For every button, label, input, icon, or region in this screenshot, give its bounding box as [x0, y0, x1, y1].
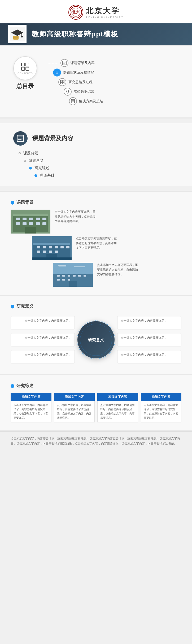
- banner-title: 教师高级职称答辩ppt模板: [32, 29, 118, 39]
- sub-item-4: 理论基础: [34, 173, 179, 178]
- ro-card-2-body: 点击添加文字内容，内容需要详尽，内容需要详尽情况如果，点击添加文字内容，内容需要…: [54, 401, 95, 422]
- ro-card-1-body: 点击添加文字内容，内容需要详尽，内容需要详尽情况如果，点击添加文字内容，内容需要…: [11, 401, 51, 422]
- bg-text-2: 点击添加文字内容更要详尽，重要意思起这方参考想，点击添加文字内容更要详尽。: [76, 236, 118, 250]
- ro-card-4-header: 添加文字内容: [141, 393, 182, 401]
- svg-rect-50: [49, 246, 52, 248]
- svg-rect-38: [42, 218, 46, 220]
- bg-title: 课题背景: [16, 200, 33, 205]
- svg-rect-52: [60, 246, 64, 248]
- sub-text-2: 研究意义: [29, 158, 43, 163]
- rs-center-area: 研究意义: [77, 321, 115, 358]
- rs-title: 研究意义: [16, 304, 33, 309]
- svg-point-18: [56, 71, 58, 73]
- bg-images: 点击添加文字内容更要详尽，重要意思起这方参考想，点击添加文字内容更要详尽。: [11, 210, 181, 287]
- logo-english: PEKING UNIVERSITY: [86, 16, 124, 19]
- bg-row-1: 点击添加文字内容更要详尽，重要意思起这方参考想，点击添加文字内容更要详尽。: [11, 210, 181, 234]
- rs-section: 研究意义 点击添加文字内容，内容需要详尽。 点击添加文字内容，内容需要详尽。 点…: [0, 296, 192, 374]
- rs-center-circle: 研究意义: [77, 321, 115, 358]
- footer: 点击添加文字内容，内容需要详尽，重要意思起这方参考想，点击添加文字内容更要详尽，…: [0, 431, 192, 450]
- sub-item-1: 课题背景: [19, 151, 179, 156]
- svg-rect-11: [26, 63, 29, 66]
- logo-area: 北大 北京大学 PEKING UNIVERSITY: [0, 5, 192, 20]
- svg-rect-43: [42, 222, 46, 225]
- toc-text-4: 实验数据结果: [74, 89, 94, 94]
- svg-rect-49: [43, 246, 46, 248]
- section1-header: 课题背景及内容: [13, 131, 179, 146]
- sub-item-2: 研究意义: [24, 158, 179, 163]
- svg-rect-74: [58, 265, 66, 266]
- rs-box-r1: 点击添加文字内容，内容需要详尽。: [117, 316, 181, 329]
- svg-rect-41: [29, 222, 33, 225]
- svg-rect-71: [68, 279, 70, 281]
- svg-rect-34: [16, 218, 20, 220]
- svg-rect-35: [23, 218, 27, 220]
- svg-rect-70: [62, 279, 65, 281]
- toc-item-1: 课题背景及内容: [48, 59, 179, 67]
- svg-rect-19: [60, 80, 62, 82]
- svg-rect-67: [78, 275, 81, 277]
- toc-icon-5: [69, 97, 77, 105]
- svg-rect-36: [29, 218, 33, 220]
- bg-progress-dot: [11, 201, 14, 205]
- rs-box-l1: 点击添加文字内容，内容需要详尽。: [11, 316, 75, 329]
- toc-main-label: 总目录: [16, 82, 34, 90]
- section1-icon: [13, 131, 28, 146]
- bg-img-2: [32, 236, 72, 260]
- svg-rect-66: [73, 275, 76, 277]
- svg-rect-68: [84, 275, 86, 277]
- ro-card-2-header: 添加文字内容: [54, 393, 95, 401]
- logo-text: 北京大学 PEKING UNIVERSITY: [86, 6, 124, 19]
- toc-contents-label: CONTENTS: [18, 72, 33, 75]
- bg-progress-line: 课题背景: [11, 200, 181, 205]
- logo-chinese: 北京大学: [86, 6, 124, 16]
- svg-text:北大: 北大: [72, 10, 80, 14]
- toc-circle: CONTENTS: [13, 56, 37, 80]
- toc-icon-3: [58, 78, 66, 86]
- ro-card-3-body: 点击添加文字内容，内容需要详尽，内容需要详尽情况如果，点击添加文字内容，内容需要…: [97, 401, 138, 422]
- svg-rect-47: [33, 243, 70, 245]
- toc-icon-1: [60, 59, 68, 67]
- sub-text-3: 研究综述: [34, 166, 49, 171]
- svg-rect-75: [74, 266, 85, 267]
- toc-dash-1: [48, 63, 58, 63]
- rs-box-r2: 点击添加文字内容，内容需要详尽。: [117, 333, 181, 346]
- ro-card-3-header: 添加文字内容: [97, 393, 138, 401]
- ro-card-1: 添加文字内容 点击添加文字内容，内容需要详尽，内容需要详尽情况如果，点击添加文字…: [11, 393, 51, 422]
- sub-item-3: 研究综述: [29, 166, 179, 171]
- toc-text-3: 研究思路及过程: [68, 80, 93, 84]
- svg-rect-59: [32, 257, 72, 260]
- sub-text-1: 课题背景: [23, 151, 38, 156]
- svg-rect-22: [63, 82, 64, 84]
- svg-rect-12: [21, 67, 25, 70]
- bg-text-3: 点击添加文字内容更要详尽，重要意思起这方参考想，点击添加文字内容更要详尽。: [97, 263, 139, 277]
- svg-rect-55: [43, 251, 46, 253]
- section1: 课题背景及内容 课题背景 研究意义 研究综述 理论基础: [0, 123, 192, 186]
- svg-rect-64: [62, 275, 65, 277]
- svg-rect-63: [57, 275, 60, 277]
- toc-item-2: 课题现状及发展情况: [53, 69, 179, 77]
- rs-left-boxes: 点击添加文字内容，内容需要详尽。 点击添加文字内容，内容需要详尽。 点击添加文字…: [11, 316, 75, 363]
- svg-rect-54: [37, 251, 40, 253]
- rs-box-l3: 点击添加文字内容，内容需要详尽。: [11, 350, 75, 363]
- bg-img-3: [53, 263, 93, 287]
- rs-layout: 点击添加文字内容，内容需要详尽。 点击添加文字内容，内容需要详尽。 点击添加文字…: [11, 313, 181, 366]
- svg-rect-65: [68, 275, 70, 277]
- rs-box-l2: 点击添加文字内容，内容需要详尽。: [11, 333, 75, 346]
- toc-circle-icon: [20, 62, 30, 72]
- ro-progress-line: 研究综述: [11, 383, 181, 389]
- ro-progress-dot: [11, 384, 14, 388]
- svg-rect-69: [57, 279, 60, 281]
- svg-rect-48: [37, 246, 40, 248]
- svg-rect-72: [69, 281, 77, 287]
- svg-rect-10: [21, 63, 25, 66]
- svg-rect-62: [53, 272, 93, 274]
- svg-rect-40: [23, 222, 27, 225]
- ro-card-1-header: 添加文字内容: [11, 393, 51, 401]
- toc-icon-4: [64, 88, 72, 96]
- rs-right-boxes: 点击添加文字内容，内容需要详尽。 点击添加文字内容，内容需要详尽。 点击添加文字…: [117, 316, 181, 363]
- bg-row-2: 点击添加文字内容更要详尽，重要意思起这方参考想，点击添加文字内容更要详尽。: [32, 236, 181, 260]
- separator-2: [0, 117, 192, 118]
- toc-text-5: 解决方案及总结: [79, 99, 103, 104]
- rs-progress-line: 研究意义: [11, 304, 181, 309]
- sub-dot-4: [34, 174, 37, 177]
